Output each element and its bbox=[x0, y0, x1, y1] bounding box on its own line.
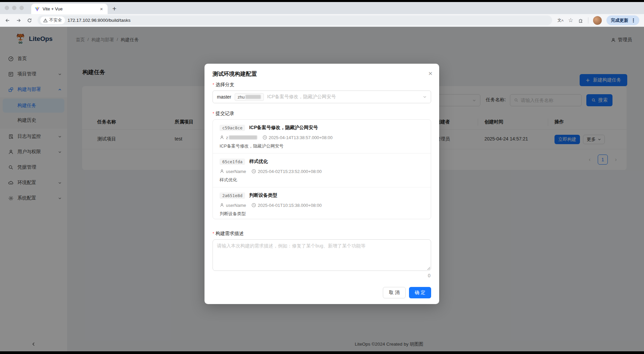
person-icon bbox=[220, 169, 224, 174]
tab-close-icon[interactable]: × bbox=[99, 6, 104, 12]
commits-label-text: 提交记录 bbox=[216, 111, 234, 116]
modal-title: 测试环境构建配置 bbox=[213, 70, 257, 78]
description-label: *构建需求描述 bbox=[213, 231, 244, 237]
commit-meta: userName 2025-04-01T10:15:38.000+08:00 bbox=[220, 202, 424, 208]
browser-tab-bar: Vite + Vue × + bbox=[0, 2, 644, 14]
commit-item[interactable]: 65ce1fda 样式优化 userName 2025-04-02T15:23:… bbox=[213, 154, 431, 187]
clock-icon bbox=[251, 169, 256, 174]
star-icon[interactable]: ☆ bbox=[568, 17, 573, 24]
description-field-wrap bbox=[213, 239, 431, 271]
commit-item[interactable]: c59ac8ce ICP备案号修改，隐藏沪公网安号 z 2025-04-14T1… bbox=[213, 120, 431, 154]
warning-icon bbox=[43, 18, 48, 22]
update-browser-label: 完成更新 bbox=[611, 17, 628, 23]
person-icon bbox=[220, 203, 224, 208]
profile-avatar[interactable] bbox=[593, 16, 602, 25]
commit-item[interactable]: 2a651e8d 判断设备类型 userName 2025-04-01T10:1… bbox=[213, 187, 431, 219]
redacted-text bbox=[229, 135, 257, 139]
url-text: 172.17.102.96:8000/build/tasks bbox=[68, 18, 131, 23]
required-mark: * bbox=[213, 111, 214, 116]
branch-tag-text: zhu bbox=[238, 95, 245, 100]
confirm-button[interactable]: 确 定 bbox=[409, 287, 431, 298]
commit-hash-badge: c59ac8ce bbox=[220, 125, 245, 131]
translate-icon[interactable]: 文A bbox=[558, 17, 564, 23]
security-chip-label: 不安全 bbox=[49, 17, 62, 23]
required-mark: * bbox=[213, 82, 214, 87]
commit-list: c59ac8ce ICP备案号修改，隐藏沪公网安号 z 2025-04-14T1… bbox=[213, 119, 431, 219]
commit-title: ICP备案号修改，隐藏沪公网安号 bbox=[249, 125, 318, 131]
commits-label: *提交记录 bbox=[213, 111, 234, 117]
commit-title: 样式优化 bbox=[249, 159, 268, 165]
branch-author-tag: zhu bbox=[235, 93, 264, 101]
commit-meta: userName 2025-04-02T15:23:52.000+08:00 bbox=[220, 168, 424, 174]
required-mark: * bbox=[213, 231, 214, 236]
branch-description: ICP备案号修改，隐藏沪公网安号 bbox=[267, 94, 419, 100]
screen-bottom-strip bbox=[0, 351, 644, 354]
forward-icon[interactable] bbox=[16, 18, 21, 23]
commit-time: 2025-04-14T13:38:57.000+08:00 bbox=[269, 135, 333, 140]
back-icon[interactable] bbox=[5, 18, 10, 23]
reload-icon[interactable] bbox=[27, 18, 32, 23]
commit-author: userName bbox=[226, 203, 246, 208]
window-zoom-button[interactable] bbox=[19, 6, 24, 10]
window-minimize-button[interactable] bbox=[12, 6, 16, 10]
build-config-modal: 测试环境构建配置 × *选择分支 master zhu ICP备案号修改，隐藏沪… bbox=[204, 64, 439, 304]
vite-favicon bbox=[35, 6, 40, 12]
window-close-button[interactable] bbox=[5, 6, 9, 10]
redacted-text bbox=[245, 95, 261, 99]
description-textarea[interactable] bbox=[213, 239, 431, 271]
extensions-icon[interactable] bbox=[578, 18, 583, 23]
commit-title: 判断设备类型 bbox=[249, 192, 277, 198]
browser-tab[interactable]: Vite + Vue × bbox=[31, 4, 108, 14]
clock-icon bbox=[251, 203, 256, 208]
resize-handle[interactable] bbox=[427, 267, 430, 270]
screen-top-strip bbox=[0, 0, 644, 2]
branch-label: *选择分支 bbox=[213, 82, 234, 88]
update-browser-button[interactable]: 完成更新 ⋮ bbox=[606, 15, 639, 25]
commit-meta: z 2025-04-14T13:38:57.000+08:00 bbox=[220, 134, 424, 140]
new-tab-button[interactable]: + bbox=[112, 5, 116, 12]
commit-author: z bbox=[226, 135, 228, 140]
address-bar[interactable]: 不安全 172.17.102.96:8000/build/tasks bbox=[38, 15, 552, 25]
modal-footer: 取 消 确 定 bbox=[383, 287, 431, 298]
commit-author: userName bbox=[226, 169, 246, 174]
commit-hash-badge: 2a651e8d bbox=[220, 192, 245, 199]
clock-icon bbox=[262, 135, 267, 140]
branch-selected-value: master bbox=[217, 94, 231, 100]
chevron-down-icon bbox=[423, 95, 427, 99]
security-chip[interactable]: 不安全 bbox=[40, 16, 65, 24]
browser-menu-icon[interactable]: ⋮ bbox=[631, 17, 636, 23]
commit-time: 2025-04-01T10:15:38.000+08:00 bbox=[258, 203, 321, 208]
tab-title: Vite + Vue bbox=[43, 6, 99, 11]
toolbar-divider bbox=[588, 17, 588, 23]
toolbar-right: 文A ☆ 完成更新 ⋮ bbox=[558, 15, 639, 25]
window-controls bbox=[5, 6, 24, 10]
close-icon[interactable]: × bbox=[427, 68, 434, 78]
char-counter: 0 bbox=[428, 273, 430, 278]
cancel-button[interactable]: 取 消 bbox=[383, 287, 406, 298]
description-label-text: 构建需求描述 bbox=[216, 231, 244, 236]
commit-message: ICP备案号修改，隐藏沪公网安号 bbox=[220, 143, 424, 149]
commit-hash-badge: 65ce1fda bbox=[220, 159, 245, 165]
commit-time: 2025-04-02T15:23:52.000+08:00 bbox=[258, 169, 321, 174]
commit-message: 判断设备类型 bbox=[220, 211, 424, 217]
branch-label-text: 选择分支 bbox=[216, 82, 234, 87]
person-icon bbox=[220, 135, 224, 140]
browser-toolbar: 不安全 172.17.102.96:8000/build/tasks 文A ☆ … bbox=[0, 14, 644, 27]
commit-message: 样式优化 bbox=[220, 177, 424, 183]
branch-select[interactable]: master zhu ICP备案号修改，隐藏沪公网安号 bbox=[213, 91, 431, 103]
